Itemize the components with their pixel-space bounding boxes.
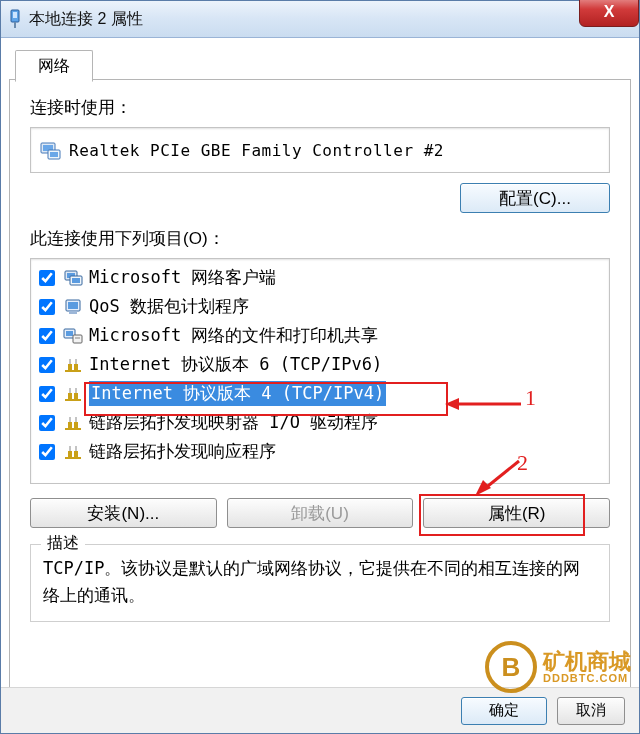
list-item[interactable]: 链路层拓扑发现映射器 I/O 驱动程序 [33,408,607,437]
watermark-text: 矿机商城 DDDBTC.COM [543,650,631,685]
tab-network-label: 网络 [38,56,70,77]
svg-rect-34 [68,451,72,458]
description-legend: 描述 [41,533,85,554]
configure-button-label: 配置(C)... [499,187,571,210]
list-item-label: QoS 数据包计划程序 [89,295,249,318]
proto-icon [63,384,83,404]
client-icon [63,268,83,288]
proto-icon [63,355,83,375]
list-item[interactable]: Internet 协议版本 6 (TCP/IPv6) [33,350,607,379]
properties-button[interactable]: 属性(R) [423,498,610,528]
client-area: 网络 连接时使用： Realtek PCIe GBE Family Contro… [1,38,639,688]
svg-rect-10 [72,278,80,283]
list-item-checkbox[interactable] [39,444,55,460]
list-item-label: Internet 协议版本 4 (TCP/IPv4) [89,381,386,406]
list-item-label: 链路层拓扑发现响应程序 [89,440,276,463]
svg-rect-25 [74,393,78,400]
ok-button-label: 确定 [489,701,519,720]
cancel-button-label: 取消 [576,701,606,720]
list-item[interactable]: Microsoft 网络客户端 [33,263,607,292]
list-item[interactable]: QoS 数据包计划程序 [33,292,607,321]
properties-button-label: 属性(R) [488,502,546,525]
svg-rect-17 [75,337,80,339]
list-item-checkbox[interactable] [39,415,55,431]
list-item[interactable]: Microsoft 网络的文件和打印机共享 [33,321,607,350]
titlebar: 本地连接 2 属性 X [1,1,639,38]
watermark-logo-icon: B [485,641,537,693]
share-icon [63,326,83,346]
list-item-checkbox[interactable] [39,270,55,286]
close-button[interactable]: X [579,0,639,27]
svg-rect-19 [68,364,72,371]
ok-button[interactable]: 确定 [461,697,547,725]
tab-strip: 网络 [9,46,631,80]
list-item-label: 链路层拓扑发现映射器 I/O 驱动程序 [89,411,378,434]
uninstall-button-label: 卸载(U) [291,502,349,525]
uninstall-button: 卸载(U) [227,498,414,528]
tab-page-network: 连接时使用： Realtek PCIe GBE Family Controlle… [9,80,631,688]
annotation-label-2: 2 [517,450,528,476]
close-icon: X [604,3,615,21]
list-item-checkbox[interactable] [39,386,55,402]
item-buttons-row: 安装(N)... 卸载(U) 属性(R) [30,498,610,528]
proto-icon [63,413,83,433]
tab-network[interactable]: 网络 [15,50,93,82]
configure-button[interactable]: 配置(C)... [460,183,610,213]
list-item-checkbox[interactable] [39,357,55,373]
watermark: B 矿机商城 DDDBTC.COM [485,641,631,693]
tab-divider [9,79,631,80]
svg-rect-29 [68,422,72,429]
cancel-button[interactable]: 取消 [557,697,625,725]
install-button-label: 安装(N)... [87,502,159,525]
svg-rect-30 [74,422,78,429]
watermark-main: 矿机商城 [543,650,631,673]
adapter-icon [39,139,61,161]
proto-icon [63,442,83,462]
items-label: 此连接使用下列项目(O)： [30,227,610,250]
adapter-field: Realtek PCIe GBE Family Controller #2 [30,127,610,173]
dialog-window: 本地连接 2 属性 X 网络 连接时使用： [0,0,640,734]
svg-rect-1 [13,12,17,18]
network-adapter-icon [7,9,23,29]
svg-rect-13 [69,311,77,314]
install-button[interactable]: 安装(N)... [30,498,217,528]
adapter-name: Realtek PCIe GBE Family Controller #2 [69,141,444,160]
svg-rect-24 [68,393,72,400]
connect-using-label: 连接时使用： [30,96,610,119]
watermark-sub: DDDBTC.COM [543,673,631,685]
svg-rect-35 [74,451,78,458]
description-group: 描述 TCP/IP。该协议是默认的广域网络协议，它提供在不同的相互连接的网络上的… [30,544,610,622]
list-item-label: Microsoft 网络的文件和打印机共享 [89,324,378,347]
svg-rect-12 [68,302,78,309]
list-item-label: Microsoft 网络客户端 [89,266,276,289]
list-item-checkbox[interactable] [39,299,55,315]
svg-rect-20 [74,364,78,371]
dialog-button-bar: 确定 取消 [1,687,639,733]
window-title: 本地连接 2 属性 [29,9,143,30]
annotation-label-1: 1 [525,385,536,411]
description-text: TCP/IP。该协议是默认的广域网络协议，它提供在不同的相互连接的网络上的通讯。 [43,555,597,609]
qos-icon [63,297,83,317]
list-item[interactable]: Internet 协议版本 4 (TCP/IPv4) [33,379,607,408]
svg-rect-6 [50,152,58,157]
svg-rect-15 [66,331,73,336]
list-item-checkbox[interactable] [39,328,55,344]
list-item-label: Internet 协议版本 6 (TCP/IPv6) [89,353,382,376]
